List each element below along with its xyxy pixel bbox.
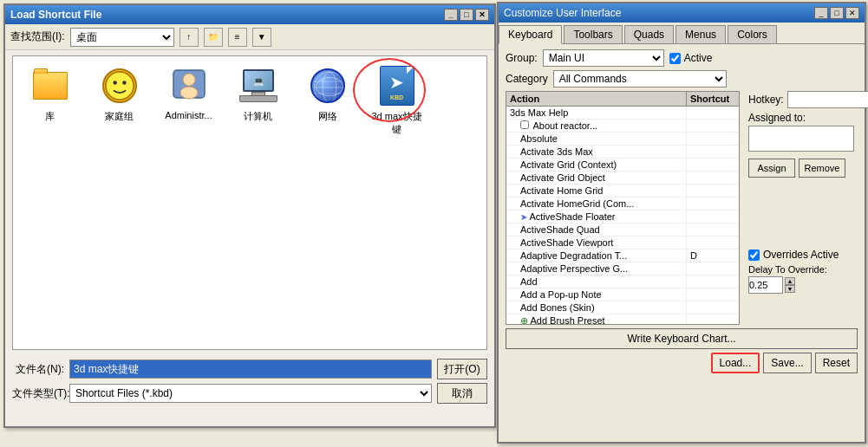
maximize-button[interactable]: □	[460, 9, 473, 21]
reset-button[interactable]: Reset	[815, 353, 858, 373]
action-name: ActiveShade Quad	[506, 224, 687, 236]
action-name: Activate HomeGrid (Com...	[506, 198, 687, 210]
load-button[interactable]: Load...	[711, 353, 760, 373]
network-label: 网络	[318, 110, 337, 123]
computer-base	[239, 95, 277, 102]
kbd-icon-wrap: ➤	[376, 65, 418, 107]
action-item[interactable]: Absolute	[506, 133, 739, 146]
location-select[interactable]: 桌面	[70, 28, 174, 47]
up-folder-button[interactable]: ↑	[179, 28, 199, 47]
delay-spinner: ▲ ▼	[785, 277, 795, 293]
action-item[interactable]: ⊕ Add Brush Preset	[506, 314, 739, 325]
action-item[interactable]: ➤ ActiveShade Floater	[506, 211, 739, 224]
file-item-admin[interactable]: Administr...	[160, 65, 217, 136]
action-item[interactable]: Activate Grid (Context)	[506, 159, 739, 172]
assigned-to-section: Assigned to:	[748, 112, 854, 152]
action-item[interactable]: Adaptive Perspective G...	[506, 262, 739, 275]
tab-menus[interactable]: Menus	[675, 25, 726, 43]
action-name: ➤ ActiveShade Floater	[506, 211, 687, 223]
action-item[interactable]: Activate HomeGrid (Com...	[506, 198, 739, 211]
tab-toolbars[interactable]: Toolbars	[564, 25, 622, 43]
svg-point-7	[323, 72, 336, 103]
view-options-button[interactable]: ▼	[252, 28, 271, 47]
tab-keyboard[interactable]: Keyboard	[499, 25, 562, 44]
right-minimize-button[interactable]: _	[814, 7, 828, 19]
hotkey-input[interactable]	[787, 91, 868, 108]
action-shortcut	[687, 107, 739, 119]
tab-quads[interactable]: Quads	[624, 25, 674, 43]
action-shortcut	[687, 159, 739, 171]
action-list[interactable]: Action Shortcut 3ds Max Help About react…	[506, 91, 740, 325]
assign-button[interactable]: Assign	[748, 159, 795, 178]
action-item[interactable]: ActiveShade Viewport	[506, 236, 739, 249]
remove-button[interactable]: Remove	[799, 159, 845, 178]
file-item-kbd[interactable]: ➤ 3d max快捷键	[369, 65, 425, 136]
load-save-reset-row: Load... Save... Reset	[506, 353, 858, 373]
action-shortcut	[687, 146, 739, 158]
right-titlebar: Customize User Interface _ □ ✕	[499, 3, 865, 23]
view-toggle-button[interactable]: ≡	[228, 28, 247, 47]
overrides-row: Overrides Active	[748, 249, 854, 261]
group-row: Group: Main UI Active	[506, 49, 858, 67]
action-shortcut	[687, 262, 739, 275]
action-shortcut	[687, 172, 739, 184]
action-shortcut	[687, 211, 739, 223]
action-name: 3ds Max Help	[506, 107, 687, 119]
filetype-select[interactable]: Shortcut Files (*.kbd)	[69, 384, 432, 403]
right-maximize-button[interactable]: □	[830, 7, 844, 19]
action-item[interactable]: Add	[506, 275, 739, 288]
action-item[interactable]: Add a Pop-up Note	[506, 288, 739, 301]
cancel-button[interactable]: 取消	[437, 383, 487, 404]
delay-down-button[interactable]: ▼	[785, 285, 795, 293]
filetype-row: 文件类型(T): Shortcut Files (*.kbd) 取消	[12, 383, 487, 404]
group-label: Group:	[506, 52, 538, 64]
action-name: Activate Home Grid	[506, 185, 687, 197]
right-dialog-title: Customize User Interface	[504, 7, 621, 19]
delay-up-button[interactable]: ▲	[785, 277, 795, 285]
action-shortcut	[687, 120, 739, 132]
tab-row: Keyboard Toolbars Quads Menus Colors	[499, 23, 865, 44]
file-item-computer[interactable]: 💻 计算机	[230, 65, 286, 136]
keyboard-content: Group: Main UI Active Category All Comma…	[499, 44, 865, 379]
action-item[interactable]: Activate Grid Object	[506, 172, 739, 185]
filename-label: 文件名(N):	[12, 362, 64, 377]
new-folder-button[interactable]: 📁	[204, 28, 223, 47]
active-label: Active	[684, 52, 713, 64]
save-button[interactable]: Save...	[763, 353, 811, 373]
file-browser-area: 库 家庭组	[12, 55, 487, 350]
minimize-button[interactable]: _	[444, 9, 458, 21]
write-keyboard-chart-button[interactable]: Write Keyboard Chart...	[506, 328, 858, 349]
filename-input[interactable]	[69, 360, 432, 379]
left-title-group: Load Shortcut File	[10, 9, 101, 21]
tab-colors[interactable]: Colors	[728, 25, 777, 43]
close-button[interactable]: ✕	[475, 9, 489, 21]
assign-remove-buttons: Assign Remove	[748, 159, 854, 179]
file-item-homegroup[interactable]: 家庭组	[91, 65, 147, 136]
delay-input[interactable]	[748, 276, 783, 294]
admin-label: Administr...	[165, 110, 212, 120]
action-item[interactable]: ActiveShade Quad	[506, 224, 739, 236]
action-checkbox[interactable]	[520, 120, 529, 129]
active-checkbox[interactable]	[669, 53, 681, 64]
svg-point-2	[122, 81, 127, 85]
computer-icon: 💻	[239, 69, 277, 102]
action-item[interactable]: Adaptive Degradation T... D	[506, 249, 739, 262]
file-item-lib[interactable]: 库	[22, 65, 78, 136]
action-item[interactable]: Activate Home Grid	[506, 185, 739, 198]
action-shortcut	[687, 224, 739, 236]
action-item[interactable]: About reactor...	[506, 120, 739, 133]
action-shortcut	[687, 198, 739, 210]
action-item[interactable]: Add Bones (Skin)	[506, 301, 739, 314]
overrides-active-checkbox[interactable]	[748, 249, 760, 261]
open-button[interactable]: 打开(O)	[437, 359, 487, 379]
svg-point-0	[105, 72, 133, 100]
group-select[interactable]: Main UI	[543, 49, 664, 67]
action-shortcut	[687, 275, 739, 288]
assigned-to-label: Assigned to:	[748, 112, 806, 124]
right-close-button[interactable]: ✕	[845, 7, 859, 19]
action-item[interactable]: 3ds Max Help	[506, 107, 739, 120]
kbd-arrow-icon: ➤	[389, 72, 404, 93]
file-item-network[interactable]: 网络	[299, 65, 356, 136]
action-item[interactable]: Activate 3ds Max	[506, 146, 739, 159]
category-select[interactable]: All Commands	[553, 70, 727, 87]
